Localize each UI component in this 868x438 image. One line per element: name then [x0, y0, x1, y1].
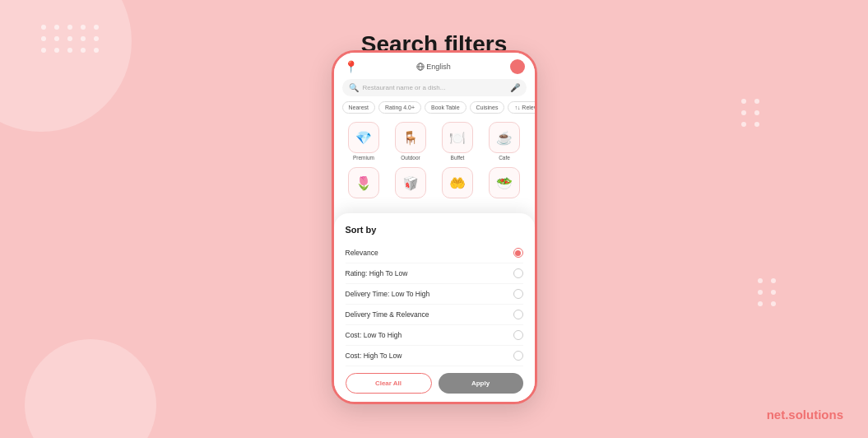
- category-row2-2[interactable]: 🥡: [389, 167, 433, 198]
- hands-icon: 🤲: [442, 167, 473, 198]
- sort-option-relevance-label: Relevance: [346, 249, 378, 257]
- category-row2-1[interactable]: 🌷: [342, 167, 386, 198]
- filter-tab-booktable[interactable]: Book Table: [425, 101, 466, 114]
- premium-icon: 💎: [348, 122, 379, 153]
- sort-option-delivery-relevance-label: Delivery Time & Relevance: [346, 310, 429, 319]
- category-outdoor[interactable]: 🪑 Outdoor: [389, 122, 433, 161]
- category-premium[interactable]: 💎 Premium: [342, 122, 386, 161]
- brand-logo: net.solutions: [767, 408, 843, 422]
- filter-tab-relevance[interactable]: ↑↓ Relevance: [508, 101, 534, 114]
- category-grid-row1: 💎 Premium 🪑 Outdoor 🍽️ Buffet ☕ Cafe: [334, 119, 535, 164]
- search-placeholder: Restaurant name or a dish...: [363, 84, 506, 91]
- category-cafe[interactable]: ☕ Cafe: [483, 122, 527, 161]
- buffet-label: Buffet: [451, 155, 465, 161]
- takeaway-icon: 🥡: [395, 167, 426, 198]
- avatar: [510, 59, 525, 74]
- filter-tab-rating[interactable]: Rating 4.0+: [378, 101, 421, 114]
- brand-name-net: net: [767, 408, 786, 422]
- category-row2-3[interactable]: 🤲: [436, 167, 480, 198]
- sort-option-cost-low[interactable]: Cost: Low To High: [346, 325, 523, 346]
- cafe-label: Cafe: [499, 155, 510, 161]
- category-grid-row2: 🌷 🥡 🤲 🥗: [334, 164, 535, 198]
- salad-icon: 🥗: [489, 167, 520, 198]
- radio-delivery-relevance[interactable]: [513, 310, 523, 319]
- clear-all-button[interactable]: Clear All: [346, 373, 432, 394]
- brand-name-solutions: solutions: [788, 408, 843, 422]
- sort-option-delivery-time[interactable]: Delivery Time: Low To High: [346, 284, 523, 305]
- sort-option-cost-high[interactable]: Cost: High To Low: [346, 346, 523, 366]
- buffet-icon: 🍽️: [442, 122, 473, 153]
- outdoor-icon: 🪑: [395, 122, 426, 153]
- sort-option-rating[interactable]: Rating: High To Low: [346, 263, 523, 284]
- apply-button[interactable]: Apply: [439, 373, 523, 394]
- deco-dots-top-left: [41, 25, 100, 53]
- sort-sheet: Sort by Relevance Rating: High To Low De…: [334, 213, 535, 402]
- phone-frame: 📍 English 🔍 Restaurant name or a dish...…: [332, 50, 537, 404]
- phone-topbar: 📍 English: [334, 53, 535, 79]
- lang-selector[interactable]: English: [416, 63, 451, 71]
- sort-option-delivery-time-label: Delivery Time: Low To High: [346, 290, 430, 298]
- search-icon: 🔍: [349, 83, 359, 92]
- deco-dots-right2: [758, 278, 777, 306]
- filter-tab-nearest[interactable]: Nearest: [342, 101, 376, 114]
- radio-cost-high[interactable]: [513, 351, 523, 361]
- flower-icon: 🌷: [348, 167, 379, 198]
- globe-icon: [416, 63, 425, 71]
- deco-circle-bottom-left: [25, 339, 156, 438]
- radio-rating[interactable]: [513, 268, 523, 278]
- location-icon: 📍: [344, 60, 358, 73]
- category-row2-4[interactable]: 🥗: [483, 167, 527, 198]
- sort-option-rating-label: Rating: High To Low: [346, 269, 408, 277]
- sort-title: Sort by: [346, 225, 523, 235]
- outdoor-label: Outdoor: [401, 155, 420, 161]
- radio-delivery-time[interactable]: [513, 289, 523, 299]
- filter-tabs: Nearest Rating 4.0+ Book Table Cuisines …: [334, 101, 535, 119]
- sort-option-delivery-relevance[interactable]: Delivery Time & Relevance: [346, 305, 523, 325]
- sort-option-relevance[interactable]: Relevance: [346, 243, 523, 263]
- radio-cost-low[interactable]: [513, 330, 523, 340]
- filter-tab-cuisines[interactable]: Cuisines: [470, 101, 505, 114]
- search-bar[interactable]: 🔍 Restaurant name or a dish... 🎤: [342, 79, 527, 96]
- mic-icon[interactable]: 🎤: [510, 83, 520, 92]
- deco-dots-right: [741, 99, 761, 127]
- cafe-icon: ☕: [489, 122, 520, 153]
- radio-relevance[interactable]: [513, 248, 523, 258]
- sheet-buttons: Clear All Apply: [346, 366, 523, 402]
- category-buffet[interactable]: 🍽️ Buffet: [436, 122, 480, 161]
- premium-label: Premium: [353, 155, 374, 161]
- sort-option-cost-high-label: Cost: High To Low: [346, 352, 402, 360]
- deco-circle-top-left: [0, 0, 132, 132]
- sort-option-cost-low-label: Cost: Low To High: [346, 331, 402, 339]
